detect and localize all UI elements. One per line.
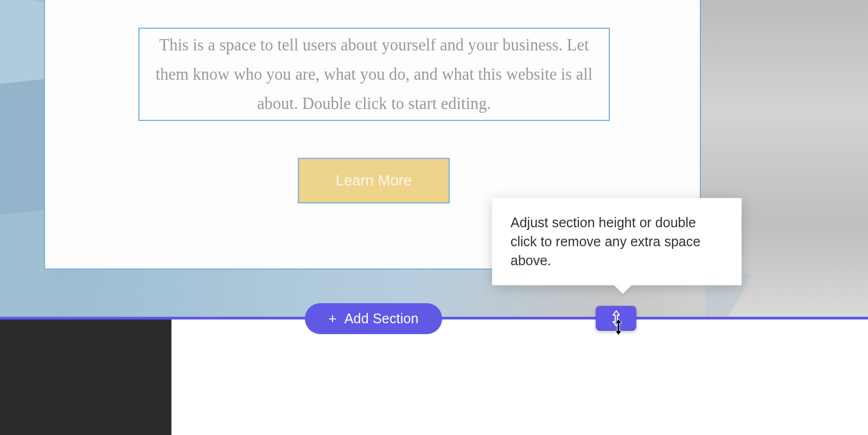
resize-vertical-icon [610,310,622,327]
height-handle-tooltip: Adjust section height or double click to… [492,198,742,285]
intro-paragraph[interactable]: This is a space to tell users about your… [139,30,609,119]
add-section-label: Add Section [344,311,419,327]
tooltip-text: Adjust section height or double click to… [510,215,700,268]
text-block-selected[interactable]: This is a space to tell users about your… [138,28,610,121]
section-height-handle[interactable] [596,306,636,331]
add-section-button[interactable]: + Add Section [305,303,442,334]
section-below-dark[interactable] [0,318,171,435]
editor-canvas: This is a space to tell users about your… [0,0,868,435]
plus-icon: + [328,311,336,325]
learn-more-button-label: Learn More [336,172,412,189]
section-below-light[interactable] [171,318,868,435]
learn-more-button[interactable]: Learn More [298,158,450,203]
